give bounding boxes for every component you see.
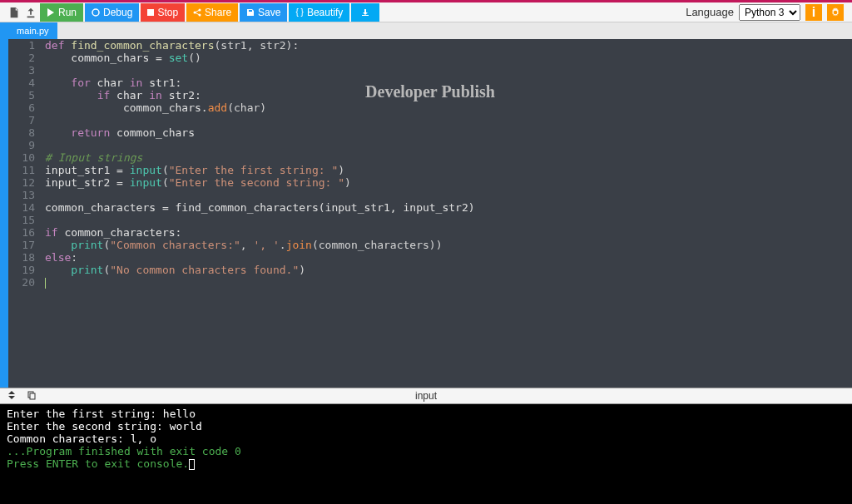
code-line [45, 214, 852, 226]
settings-button[interactable] [827, 4, 844, 21]
svg-rect-7 [30, 393, 35, 399]
code-line: # Input strings [45, 151, 852, 164]
info-button[interactable]: i [805, 4, 822, 21]
editor-wrap: main.py Developer Publish 12345678910111… [8, 22, 852, 388]
console-copy-icon[interactable] [27, 390, 37, 403]
save-icon [246, 8, 255, 17]
console-expand-icon[interactable] [7, 390, 17, 403]
main-area: main.py Developer Publish 12345678910111… [0, 22, 852, 388]
beautify-label: Beautify [307, 7, 343, 18]
run-label: Run [58, 7, 77, 18]
stop-button[interactable]: Stop [141, 3, 185, 22]
download-button[interactable] [351, 3, 379, 22]
code-line: def find_common_characters(str1, str2): [45, 39, 852, 52]
run-button[interactable]: Run [40, 3, 83, 22]
gear-icon [830, 7, 840, 17]
console-line: Enter the second string: world [7, 420, 845, 432]
code-line: common_chars.add(char) [45, 101, 852, 114]
debug-button[interactable]: Debug [85, 3, 139, 22]
new-file-icon[interactable] [7, 5, 22, 20]
debug-label: Debug [103, 7, 132, 18]
code-content[interactable]: def find_common_characters(str1, str2): … [42, 39, 852, 388]
tab-bar: main.py [8, 22, 852, 39]
bug-icon [92, 8, 100, 17]
code-line: if char in str2: [45, 89, 852, 101]
share-label: Share [205, 7, 231, 18]
share-button[interactable]: Share [186, 3, 238, 22]
sidebar [0, 22, 8, 388]
console-line: ...Program finished with exit code 0 [7, 445, 845, 457]
console-line: Press ENTER to exit console. [7, 457, 845, 470]
svg-rect-1 [147, 9, 154, 16]
code-line [45, 64, 852, 77]
svg-point-0 [92, 9, 99, 16]
share-icon [193, 8, 201, 17]
console-toolbar: input [0, 388, 852, 404]
save-label: Save [258, 7, 280, 18]
code-line: if common_characters: [45, 226, 852, 239]
info-icon: i [812, 5, 815, 20]
code-line: else: [45, 251, 852, 264]
download-icon [361, 8, 369, 17]
stop-icon [147, 9, 154, 16]
code-line: for char in str1: [45, 77, 852, 89]
line-gutter: 1234567891011121314151617181920 [8, 39, 42, 388]
toolbar-right: Language Python 3 i [686, 4, 852, 21]
console-output[interactable]: Enter the first string: helloEnter the s… [0, 404, 852, 504]
console-line: Enter the first string: hello [7, 408, 845, 420]
toolbar: Run Debug Stop Share Save { } Beautify L… [0, 2, 852, 22]
toolbar-left: Run Debug Stop Share Save { } Beautify [0, 3, 379, 22]
code-line [45, 139, 852, 151]
console-line: Common characters: l, o [7, 432, 845, 445]
svg-point-5 [835, 11, 837, 13]
code-line: input_str2 = input("Enter the second str… [45, 176, 852, 189]
console-mode-label: input [415, 390, 437, 402]
code-editor[interactable]: Developer Publish 1234567891011121314151… [8, 39, 852, 388]
code-line: input_str1 = input("Enter the first stri… [45, 164, 852, 176]
braces-icon: { } [295, 7, 303, 17]
file-tab[interactable]: main.py [8, 22, 57, 39]
code-line: print("Common characters:", ', '.join(co… [45, 239, 852, 251]
code-line: common_characters = find_common_characte… [45, 201, 852, 214]
upload-icon[interactable] [23, 5, 38, 20]
code-line [45, 114, 852, 126]
play-icon [47, 8, 55, 17]
stop-label: Stop [157, 7, 178, 18]
code-line: return common_chars [45, 126, 852, 139]
code-line [45, 189, 852, 201]
language-select[interactable]: Python 3 [739, 4, 800, 21]
code-line [45, 276, 852, 289]
code-line: common_chars = set() [45, 52, 852, 64]
code-line: print("No common characters found.") [45, 264, 852, 276]
save-button[interactable]: Save [240, 3, 287, 22]
tab-label: main.py [17, 26, 49, 36]
language-label: Language [686, 6, 734, 18]
beautify-button[interactable]: { } Beautify [289, 3, 349, 22]
